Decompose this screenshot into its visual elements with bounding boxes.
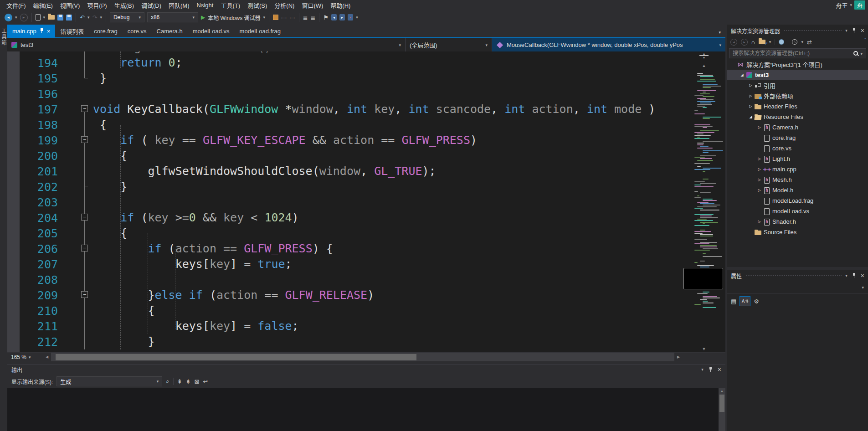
undo-dropdown-icon[interactable]: ▾ — [87, 15, 90, 20]
menu-item-7[interactable]: 团队(M) — [165, 0, 193, 10]
prev-message-icon[interactable]: ⇞ — [177, 378, 182, 385]
code-line-199[interactable]: 199 if ( key == GLFW_KEY_ESCAPE && actio… — [7, 133, 683, 148]
code-line-211[interactable]: 211 keys[key] = false; — [7, 318, 683, 334]
tree-item-引用[interactable]: ▷引用 — [727, 80, 868, 91]
undo-icon[interactable]: ↶ — [80, 15, 85, 21]
redo-icon[interactable]: ↷ — [92, 15, 98, 21]
redo-dropdown-icon[interactable]: ▾ — [100, 15, 102, 20]
output-content[interactable]: ▲ — [7, 388, 725, 431]
tree-item-core.frag[interactable]: core.frag — [727, 133, 868, 143]
window-position-dropdown-icon[interactable]: ▾ — [701, 367, 704, 372]
tree-item-modelLoad.vs[interactable]: modelLoad.vs — [727, 206, 868, 216]
tab-core.vs[interactable]: core.vs — [123, 25, 152, 37]
tree-item-外部依赖项[interactable]: ▷外部依赖项 — [727, 91, 868, 101]
switch-views-icon[interactable]: ⇄ — [759, 40, 765, 44]
pin-icon[interactable] — [709, 367, 713, 372]
code-line-201[interactable]: 201 glfwSetWindowShouldClose(window, GL_… — [7, 164, 683, 179]
fold-collapse-icon[interactable]: − — [81, 214, 88, 221]
tree-item-Source Files[interactable]: Source Files — [727, 227, 868, 237]
start-debug-label[interactable]: 本地 Windows 调试器 — [208, 14, 260, 21]
minimap-scrollbar[interactable]: ▴▾ ▲ ▼ — [683, 51, 725, 352]
debug-config-select[interactable]: Debug▾ — [110, 12, 144, 22]
categorized-icon[interactable]: ▤ — [731, 298, 736, 305]
navigate-back-dropdown-icon[interactable]: ▾ — [15, 15, 17, 20]
title-grip[interactable] — [784, 30, 842, 32]
property-pages-icon[interactable]: ⚙ — [754, 298, 759, 305]
menu-item-8[interactable]: Nsight — [193, 1, 217, 9]
tab-错误列表[interactable]: 错误列表 — [55, 25, 89, 37]
splitter-handle-icon[interactable]: ▴▾ — [683, 52, 725, 60]
close-icon[interactable]: × — [47, 28, 51, 35]
title-grip[interactable] — [745, 275, 842, 277]
tree-item-modelLoad.frag[interactable]: modelLoad.frag — [727, 195, 868, 206]
prev-bookmark-icon[interactable]: ◂ — [331, 14, 337, 21]
toolbar-overflow-icon[interactable]: ▾ — [356, 15, 358, 20]
menu-item-13[interactable]: 帮助(H) — [327, 0, 354, 10]
tree-item-Light.h[interactable]: ▷Light.h — [727, 154, 868, 164]
tree-item-解决方案“Project3”(1 个项目)[interactable]: 解决方案“Project3”(1 个项目) — [727, 59, 868, 70]
scroll-left-icon[interactable]: ◀ — [43, 355, 51, 359]
code-line-210[interactable]: 210 { — [7, 303, 683, 318]
forward-icon[interactable]: ▸ — [741, 39, 748, 46]
toolbox-vertical-tab[interactable]: 工具箱 — [0, 28, 7, 46]
word-wrap-icon[interactable]: ↩ — [203, 378, 208, 385]
tree-item-Header Files[interactable]: ▷Header Files — [727, 101, 868, 112]
scroll-up-icon[interactable]: ▲ — [683, 63, 725, 68]
menu-item-9[interactable]: 工具(T) — [217, 0, 244, 10]
expand-icon[interactable]: ▷ — [756, 125, 763, 129]
expand-icon[interactable]: ▷ — [747, 94, 754, 98]
next-message-icon[interactable]: ⇟ — [186, 378, 191, 385]
code-line-206[interactable]: 206 if (action == GLFW_PRESS) { — [7, 241, 683, 257]
fold-collapse-icon[interactable]: − — [81, 245, 88, 251]
tab-Camera.h[interactable]: Camera.h — [152, 25, 188, 37]
close-icon[interactable]: × — [861, 272, 864, 279]
open-file-icon[interactable] — [48, 15, 55, 20]
menu-item-3[interactable]: 视图(V) — [56, 0, 83, 10]
code-line-212[interactable]: 212 } — [7, 334, 683, 349]
tree-item-Shader.h[interactable]: ▷Shader.h — [727, 216, 868, 227]
scroll-down-icon[interactable]: ▼ — [683, 347, 725, 351]
start-debug-icon[interactable]: ▶ — [201, 14, 205, 21]
expand-icon[interactable]: ▷ — [756, 178, 763, 182]
fold-collapse-icon[interactable]: − — [81, 136, 88, 143]
tab-core.frag[interactable]: core.frag — [89, 25, 122, 37]
expand-icon[interactable]: ▷ — [756, 220, 763, 224]
tree-item-core.vs[interactable]: core.vs — [727, 143, 868, 154]
navigate-back-button[interactable]: ◂ — [5, 14, 12, 21]
window-position-dropdown-icon[interactable]: ▾ — [845, 273, 847, 278]
tree-item-Model.h[interactable]: ▷Model.h — [727, 185, 868, 195]
code-line-202[interactable]: 202 } — [7, 179, 683, 195]
zoom-level-select[interactable]: 165 % ▾ — [7, 354, 43, 360]
output-vertical-scrollbar[interactable]: ▲ — [719, 388, 725, 431]
chevron-down-icon[interactable]: ▾ — [850, 3, 852, 7]
menu-item-10[interactable]: 测试(S) — [244, 0, 271, 10]
menu-item-2[interactable]: 编辑(E) — [30, 0, 56, 10]
expand-icon[interactable]: ▷ — [756, 157, 763, 161]
vertical-scrollbar-thumb[interactable] — [719, 395, 724, 412]
expand-icon[interactable]: ▷ — [756, 188, 763, 192]
zoom-level[interactable]: 165 % — [11, 354, 26, 360]
clear-bookmarks-icon[interactable]: × — [348, 14, 353, 21]
tree-item-Resource Files[interactable]: ◢Resource Files — [727, 112, 868, 122]
clear-all-icon[interactable]: ⊠ — [194, 378, 199, 385]
code-line-194[interactable]: 194 return 0; — [7, 55, 683, 71]
properties-object-select[interactable]: ▾ — [727, 282, 868, 293]
code-line-204[interactable]: 204 if (key >=0 && key < 1024) — [7, 210, 683, 226]
code-line-195[interactable]: 195 } — [7, 71, 683, 86]
show-all-files-icon[interactable] — [779, 39, 784, 45]
code-editor[interactable]: 193 g ()194 return 0;195 }196197void Key… — [7, 51, 683, 352]
scrollbar-track[interactable] — [51, 353, 674, 361]
code-line-208[interactable]: 208 — [7, 272, 683, 287]
horizontal-scrollbar-thumb[interactable] — [56, 354, 416, 360]
tab-list-dropdown-icon[interactable]: ▾ — [719, 30, 721, 35]
search-options-dropdown-icon[interactable]: ▾ — [860, 51, 863, 56]
search-icon[interactable] — [853, 51, 859, 56]
new-file-icon[interactable] — [36, 14, 41, 21]
code-line-207[interactable]: 207 keys[key] = true; — [7, 257, 683, 272]
toolbar-overflow-icon[interactable]: '' — [864, 37, 866, 42]
tab-modelLoad.frag[interactable]: modelLoad.frag — [235, 25, 286, 37]
code-line-203[interactable]: 203 — [7, 195, 683, 210]
new-file-dropdown-icon[interactable]: ▾ — [43, 15, 46, 20]
pin-icon[interactable] — [852, 28, 856, 33]
expand-icon[interactable]: ▷ — [756, 167, 763, 171]
